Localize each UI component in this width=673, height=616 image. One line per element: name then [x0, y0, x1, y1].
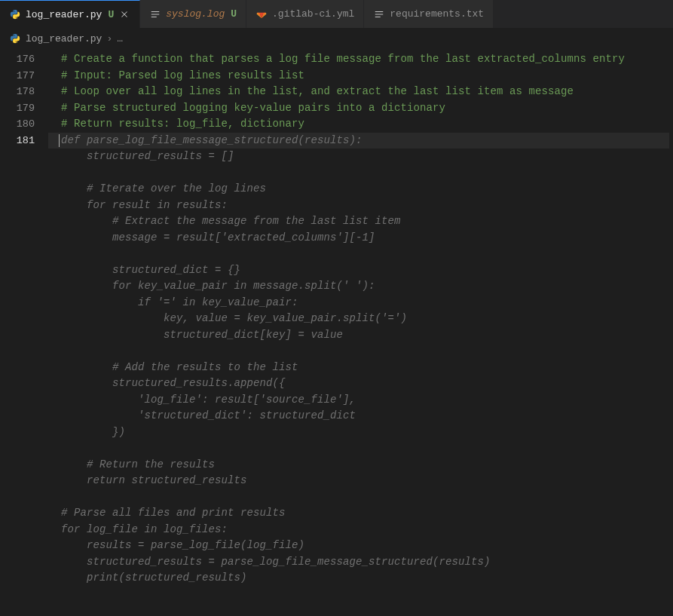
code-line[interactable]: [48, 440, 669, 457]
breadcrumb-file[interactable]: log_reader.py: [26, 33, 102, 44]
tab-label: .gitlab-ci.yml: [272, 8, 354, 20]
line-number: 177: [0, 68, 48, 84]
line-number: [0, 440, 48, 457]
code-line[interactable]: # Create a function that parses a log fi…: [48, 51, 669, 68]
code-line[interactable]: [48, 165, 669, 182]
code-line[interactable]: structured_results.append({: [48, 375, 669, 392]
ghost-suggestion: [48, 491, 61, 503]
comment-text: # Return results: log_file, dictionary: [48, 118, 304, 130]
line-number: [0, 213, 48, 230]
line-number: [0, 343, 48, 360]
code-line[interactable]: results = parse_log_file(log_file): [48, 538, 669, 554]
ghost-suggestion: structured_dict[key] = value: [48, 329, 343, 341]
code-line[interactable]: # Input: Parsed log lines results list: [48, 68, 669, 84]
code-line[interactable]: return structured_results: [48, 473, 669, 489]
ghost-suggestion: # Iterate over the log lines: [48, 182, 266, 195]
line-number: [0, 278, 48, 295]
git-status-untracked: U: [231, 8, 237, 20]
line-number: [0, 262, 48, 279]
tab-gitlab-ci[interactable]: .gitlab-ci.yml: [246, 0, 364, 28]
code-line[interactable]: if '=' in key_value_pair:: [48, 295, 669, 311]
tab-syslog[interactable]: syslog.log U: [140, 0, 246, 28]
tab-label: requirements.txt: [390, 8, 484, 20]
code-line[interactable]: print(structured_results): [48, 570, 669, 587]
line-number: [0, 473, 48, 489]
ghost-suggestion: [48, 442, 61, 454]
code-line[interactable]: # Extract the message from the last list…: [48, 213, 669, 230]
git-status-untracked: U: [108, 9, 114, 20]
ghost-suggestion: [48, 167, 61, 179]
code-line[interactable]: # Return results: log_file, dictionary: [48, 116, 669, 133]
ghost-suggestion: [48, 345, 61, 357]
line-number: [0, 311, 48, 327]
tab-label: syslog.log: [166, 8, 225, 20]
line-number: [0, 408, 48, 424]
ghost-suggestion: for log_file in log_files:: [48, 523, 228, 535]
code-line[interactable]: structured_results = parse_log_file_mess…: [48, 554, 669, 571]
ghost-suggestion: results = parse_log_file(log_file): [48, 539, 304, 551]
line-number: [0, 375, 48, 392]
ghost-suggestion: for key_value_pair in message.split(' ')…: [48, 280, 375, 292]
line-number: [0, 165, 48, 182]
code-line[interactable]: def parse_log_file_message_structured(re…: [48, 133, 669, 149]
ghost-suggestion: structured_results = []: [48, 150, 234, 162]
code-line[interactable]: # Parse structured logging key-value pai…: [48, 100, 669, 117]
code-line[interactable]: key, value = key_value_pair.split('='): [48, 311, 669, 327]
line-number: [0, 538, 48, 554]
tab-log-reader[interactable]: log_reader.py U: [0, 0, 140, 28]
code-line[interactable]: [48, 343, 669, 360]
minimap[interactable]: [669, 48, 673, 616]
code-line[interactable]: # Loop over all log lines in the list, a…: [48, 84, 669, 100]
line-number: [0, 327, 48, 344]
ghost-suggestion: def parse_log_file_message_structured(re…: [48, 134, 363, 146]
code-line[interactable]: structured_dict[key] = value: [48, 327, 669, 344]
gitlab-icon: [255, 8, 268, 20]
code-line[interactable]: 'log_file': result['source_file'],: [48, 392, 669, 409]
code-line[interactable]: # Add the results to the list: [48, 360, 669, 376]
close-icon[interactable]: [118, 8, 130, 20]
code-area[interactable]: # Create a function that parses a log fi…: [48, 48, 669, 616]
ghost-suggestion: # Add the results to the list: [48, 361, 298, 373]
line-number: 178: [0, 84, 48, 100]
ghost-suggestion: structured_dict = {}: [48, 264, 240, 276]
code-line[interactable]: # Iterate over the log lines: [48, 181, 669, 198]
ghost-suggestion: }): [48, 426, 125, 438]
code-line[interactable]: for log_file in log_files:: [48, 522, 669, 538]
ghost-suggestion: message = result['extracted_columns'][-1…: [48, 231, 375, 244]
line-number: [0, 392, 48, 409]
code-line[interactable]: structured_results = []: [48, 149, 669, 165]
code-line[interactable]: # Return the results: [48, 457, 669, 473]
line-number: [0, 554, 48, 571]
ghost-suggestion: 'structured_dict': structured_dict: [48, 409, 356, 421]
ghost-suggestion: structured_results.append({: [48, 377, 286, 389]
ghost-suggestion: for result in results:: [48, 199, 228, 211]
ghost-suggestion: [48, 247, 61, 259]
code-line[interactable]: structured_dict = {}: [48, 262, 669, 279]
code-line[interactable]: [48, 489, 669, 506]
line-number: 180: [0, 116, 48, 133]
code-line[interactable]: for result in results:: [48, 198, 669, 214]
code-line[interactable]: 'structured_dict': structured_dict: [48, 408, 669, 424]
ghost-suggestion: print(structured_results): [48, 572, 247, 584]
ghost-suggestion: # Extract the message from the last list…: [48, 215, 401, 227]
editor[interactable]: 176177178179180181 # Create a function t…: [0, 48, 673, 616]
code-line[interactable]: # Parse all files and print results: [48, 505, 669, 522]
line-number: [0, 295, 48, 311]
comment-text: # Parse structured logging key-value pai…: [48, 102, 445, 114]
tab-requirements[interactable]: requirements.txt: [364, 0, 494, 28]
breadcrumb-more[interactable]: …: [117, 33, 123, 44]
line-number: [0, 489, 48, 506]
line-number: [0, 181, 48, 198]
line-number: [0, 457, 48, 473]
ghost-suggestion: key, value = key_value_pair.split('='): [48, 312, 407, 324]
code-line[interactable]: }): [48, 424, 669, 441]
line-number: [0, 570, 48, 587]
line-number: 176: [0, 51, 48, 68]
tabs-bar: log_reader.py U syslog.log U .gitlab-ci.…: [0, 0, 673, 29]
code-line[interactable]: for key_value_pair in message.split(' ')…: [48, 278, 669, 295]
comment-text: # Input: Parsed log lines results list: [48, 69, 304, 81]
code-line[interactable]: [48, 246, 669, 262]
comment-text: # Create a function that parses a log fi…: [48, 53, 625, 65]
ghost-suggestion: # Return the results: [48, 458, 215, 470]
code-line[interactable]: message = result['extracted_columns'][-1…: [48, 230, 669, 247]
